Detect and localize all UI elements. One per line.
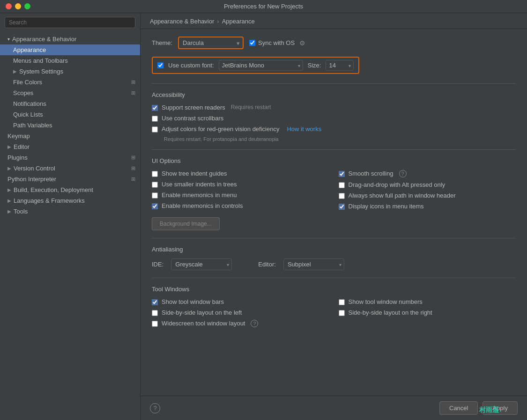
external-icon: ⊞ <box>131 79 135 85</box>
breadcrumb-separator: › <box>217 18 219 25</box>
option-mnemonics-menu: Enable mnemonics in menu <box>152 192 329 199</box>
mnemonics-menu-checkbox[interactable] <box>152 192 158 199</box>
external-icon: ⊞ <box>131 176 135 182</box>
help-icon[interactable]: ? <box>251 320 258 327</box>
smooth-scrolling-checkbox[interactable] <box>339 171 345 177</box>
contrast-scrollbars-label[interactable]: Use contrast scrollbars <box>162 115 223 122</box>
sidebar-item-label: Appearance & Behavior <box>12 36 76 43</box>
display-icons-label[interactable]: Display icons in menu items <box>349 203 424 210</box>
size-select[interactable]: 10 11 12 13 14 15 16 18 20 <box>326 60 354 71</box>
sidebar-item-system-settings[interactable]: ▶ System Settings <box>0 66 140 77</box>
side-by-side-right-label[interactable]: Side-by-side layout on the right <box>349 309 432 316</box>
smooth-scrolling-label[interactable]: Smooth scrolling <box>349 170 393 177</box>
drag-drop-label[interactable]: Drag-and-drop with Alt pressed only <box>349 181 445 188</box>
tool-windows-grid: Show tool window bars Side-by-side layou… <box>152 298 516 331</box>
sidebar-item-appearance[interactable]: Appearance <box>0 44 140 55</box>
sidebar-item-plugins[interactable]: Plugins ⊞ <box>0 152 140 163</box>
ui-options-left: Show tree indent guides Use smaller inde… <box>152 170 329 214</box>
show-tree-indent-checkbox[interactable] <box>152 171 158 177</box>
expand-arrow: ▶ <box>7 209 11 214</box>
adjust-colors-checkbox[interactable] <box>152 126 158 133</box>
help-icon[interactable]: ? <box>399 170 407 177</box>
contrast-scrollbars-checkbox[interactable] <box>152 116 158 122</box>
drag-drop-checkbox[interactable] <box>339 182 345 188</box>
sidebar-item-build-execution[interactable]: ▶ Build, Execution, Deployment <box>0 184 140 195</box>
expand-arrow: ▾ <box>7 37 10 42</box>
side-by-side-left-label[interactable]: Side-by-side layout on the left <box>162 309 242 316</box>
editor-antialiasing-label: Editor: <box>258 261 276 268</box>
close-button[interactable] <box>6 3 12 9</box>
show-tree-indent-label[interactable]: Show tree indent guides <box>162 170 227 177</box>
size-label: Size: <box>308 62 321 69</box>
maximize-button[interactable] <box>24 3 30 9</box>
show-tool-bars-checkbox[interactable] <box>152 299 158 305</box>
full-path-checkbox[interactable] <box>339 193 345 199</box>
sidebar-item-tools[interactable]: ▶ Tools <box>0 206 140 217</box>
external-icon: ⊞ <box>131 155 135 161</box>
custom-font-checkbox[interactable] <box>157 62 163 68</box>
editor-antialiasing-select[interactable]: No antialiasing Greyscale Subpixel <box>283 258 344 270</box>
smaller-indents-checkbox[interactable] <box>152 182 158 188</box>
mnemonics-menu-label[interactable]: Enable mnemonics in menu <box>162 192 237 199</box>
sidebar-item-label: Tools <box>14 208 28 215</box>
requires-restart-note: Requires restart <box>231 104 271 111</box>
sidebar-item-menus-toolbars[interactable]: Menus and Toolbars <box>0 55 140 66</box>
theme-select[interactable]: Darcula IntelliJ Light High Contrast <box>178 37 244 49</box>
ui-options-header: UI Options <box>152 157 516 164</box>
sidebar-item-label: Appearance <box>13 46 46 53</box>
support-screen-readers-checkbox[interactable] <box>152 105 158 111</box>
mnemonics-controls-checkbox[interactable] <box>152 203 158 209</box>
sidebar-item-quick-lists[interactable]: Quick Lists <box>0 109 140 120</box>
tool-windows-header: Tool Windows <box>152 286 516 293</box>
custom-font-label[interactable]: Use custom font: <box>168 62 214 69</box>
side-by-side-left-checkbox[interactable] <box>152 310 158 316</box>
sidebar-item-editor[interactable]: ▶ Editor <box>0 141 140 152</box>
gear-icon[interactable]: ⚙ <box>299 39 305 47</box>
side-by-side-right-checkbox[interactable] <box>339 310 345 316</box>
sidebar-item-version-control[interactable]: ▶ Version Control ⊞ <box>0 163 140 174</box>
minimize-button[interactable] <box>15 3 21 9</box>
sidebar-item-label: Python Interpreter <box>7 176 56 183</box>
sidebar-item-languages-frameworks[interactable]: ▶ Languages & Frameworks <box>0 195 140 206</box>
mnemonics-controls-label[interactable]: Enable mnemonics in controls <box>162 202 243 209</box>
display-icons-checkbox[interactable] <box>339 204 345 210</box>
theme-row: Theme: Darcula IntelliJ Light High Contr… <box>152 37 516 49</box>
sidebar-item-notifications[interactable]: Notifications <box>0 98 140 109</box>
sidebar-item-scopes[interactable]: Scopes ⊞ <box>0 88 140 98</box>
sidebar-item-label: Notifications <box>13 100 46 107</box>
widescreen-checkbox[interactable] <box>152 321 158 327</box>
cancel-button[interactable]: Cancel <box>439 401 478 415</box>
sidebar-item-python-interpreter[interactable]: Python Interpreter ⊞ <box>0 174 140 184</box>
ide-antialiasing-select[interactable]: No antialiasing Greyscale Subpixel <box>171 258 232 270</box>
accessibility-header: Accessibility <box>152 91 516 98</box>
sidebar-tree: ▾ Appearance & Behavior Appearance Menus… <box>0 32 140 420</box>
sync-with-os-label[interactable]: Sync with OS <box>258 39 295 46</box>
show-tool-numbers-label[interactable]: Show tool window numbers <box>349 298 423 305</box>
search-input[interactable] <box>5 17 135 28</box>
background-image-button[interactable]: Background Image... <box>152 217 220 230</box>
ui-options-grid: Show tree indent guides Use smaller inde… <box>152 170 516 214</box>
help-button[interactable]: ? <box>150 403 160 413</box>
expand-arrow: ▶ <box>7 144 11 149</box>
show-tool-numbers-checkbox[interactable] <box>339 299 345 305</box>
widescreen-label[interactable]: Widescreen tool window layout <box>162 320 245 327</box>
sidebar-item-path-variables[interactable]: Path Variables <box>0 120 140 131</box>
sync-with-os-checkbox[interactable] <box>249 40 255 46</box>
adjust-colors-label[interactable]: Adjust colors for red-green vision defic… <box>162 125 279 133</box>
theme-label: Theme: <box>152 39 172 46</box>
full-path-label[interactable]: Always show full path in window header <box>349 192 456 199</box>
window-controls <box>6 3 30 9</box>
font-select[interactable]: JetBrains Mono Monospaced Consolas Couri… <box>219 60 303 71</box>
show-tool-bars-label[interactable]: Show tool window bars <box>162 298 224 305</box>
adjust-colors-sub: Requires restart. For protanopia and deu… <box>164 136 516 142</box>
support-screen-readers-label[interactable]: Support screen readers <box>162 104 225 111</box>
sidebar-item-file-colors[interactable]: File Colors ⊞ <box>0 77 140 88</box>
sidebar-item-label: Menus and Toolbars <box>13 57 68 64</box>
sidebar-item-label: Plugins <box>7 154 28 161</box>
how-it-works-link[interactable]: How it works <box>287 125 321 133</box>
sidebar-item-label: Scopes <box>13 89 33 96</box>
size-select-wrapper: 10 11 12 13 14 15 16 18 20 ▾ <box>326 60 354 71</box>
smaller-indents-label[interactable]: Use smaller indents in trees <box>162 181 237 188</box>
sidebar-item-keymap[interactable]: Keymap <box>0 131 140 141</box>
sidebar-item-appearance-behavior[interactable]: ▾ Appearance & Behavior <box>0 34 140 44</box>
